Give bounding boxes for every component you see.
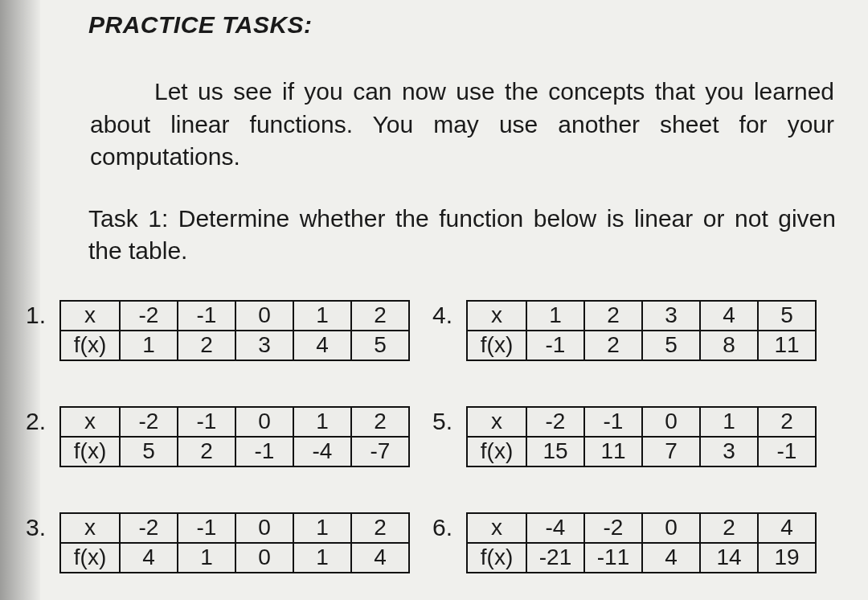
cell: 19 [758, 543, 816, 573]
cell: 14 [700, 543, 758, 573]
cell: 1 [293, 543, 351, 573]
cell: -1 [758, 437, 816, 466]
function-table: x -2 -1 0 1 2 f(x) 5 2 -1 -4 -7 [59, 406, 410, 467]
cell: 4 [758, 513, 816, 543]
table-block-2: 2. x -2 -1 0 1 2 f(x) 5 2 -1 [26, 406, 410, 467]
row-header-fx: f(x) [60, 331, 120, 360]
function-table: x 1 2 3 4 5 f(x) -1 2 5 8 11 [466, 300, 817, 361]
row-header-x: x [60, 407, 120, 437]
intro-paragraph: Let us see if you can now use the concep… [88, 76, 836, 174]
table-block-1: 1. x -2 -1 0 1 2 f(x) 1 2 3 [26, 300, 410, 361]
cell: 5 [642, 331, 700, 360]
cell: 2 [351, 301, 409, 331]
cell: 1 [293, 407, 351, 437]
cell: 0 [642, 407, 700, 437]
function-table: x -2 -1 0 1 2 f(x) 1 2 3 4 5 [59, 300, 410, 361]
cell: 0 [235, 407, 293, 437]
cell: 11 [584, 437, 642, 466]
cell: 15 [526, 437, 584, 466]
row-header-x: x [467, 301, 526, 331]
cell: -1 [178, 301, 235, 331]
cell: -1 [235, 437, 293, 466]
cell: 2 [758, 407, 816, 437]
row-header-fx: f(x) [60, 437, 120, 466]
table-block-4: 4. x 1 2 3 4 5 f(x) -1 2 5 [432, 300, 817, 361]
row-header-fx: f(x) [60, 543, 120, 573]
cell: 8 [700, 331, 758, 360]
cell: 3 [235, 331, 293, 360]
practice-tasks-heading: PRACTICE TASKS: [88, 11, 836, 39]
cell: -2 [120, 407, 178, 437]
cell: 2 [584, 301, 642, 331]
table-number: 5. [432, 406, 466, 435]
table-block-5: 5. x -2 -1 0 1 2 f(x) 15 11 7 [432, 406, 817, 467]
cell: -1 [584, 407, 642, 437]
cell: 1 [293, 513, 351, 543]
cell: 2 [351, 513, 409, 543]
table-number: 4. [432, 300, 466, 329]
cell: 4 [351, 543, 409, 573]
cell: 0 [235, 543, 293, 573]
cell: 2 [584, 331, 642, 360]
cell: 2 [700, 513, 758, 543]
cell: -21 [526, 543, 584, 573]
task-description: Task 1: Determine whether the function b… [88, 203, 836, 268]
cell: -2 [120, 513, 178, 543]
table-block-6: 6. x -4 -2 0 2 4 f(x) -21 -11 4 [432, 512, 817, 573]
cell: -1 [526, 331, 584, 360]
table-number: 1. [26, 300, 59, 329]
cell: 0 [235, 301, 293, 331]
cell: 2 [178, 437, 235, 466]
cell: -11 [584, 543, 642, 573]
cell: 5 [120, 437, 178, 466]
row-header-fx: f(x) [467, 331, 526, 360]
cell: 0 [642, 513, 700, 543]
cell: -2 [584, 513, 642, 543]
row-header-x: x [60, 301, 120, 331]
cell: 4 [700, 301, 758, 331]
table-block-3: 3. x -2 -1 0 1 2 f(x) 4 1 0 [26, 512, 410, 573]
tables-container: 1. x -2 -1 0 1 2 f(x) 1 2 3 [26, 300, 836, 573]
cell: -2 [120, 301, 178, 331]
cell: 1 [526, 301, 584, 331]
intro-text: Let us see if you can now use the concep… [90, 78, 834, 170]
cell: 0 [235, 513, 293, 543]
row-header-fx: f(x) [467, 543, 526, 573]
cell: 4 [293, 331, 351, 360]
cell: 7 [642, 437, 700, 466]
cell: -1 [178, 407, 235, 437]
cell: -4 [526, 513, 584, 543]
cell: 1 [178, 543, 235, 573]
cell: 1 [700, 407, 758, 437]
cell: 3 [642, 301, 700, 331]
cell: -4 [293, 437, 351, 466]
table-row-1: 1. x -2 -1 0 1 2 f(x) 1 2 3 [26, 300, 836, 361]
row-header-fx: f(x) [467, 437, 526, 466]
cell: -1 [178, 513, 235, 543]
cell: -2 [526, 407, 584, 437]
cell: 2 [178, 331, 235, 360]
cell: 4 [642, 543, 700, 573]
function-table: x -2 -1 0 1 2 f(x) 15 11 7 3 -1 [466, 406, 817, 467]
cell: 1 [293, 301, 351, 331]
cell: 11 [758, 331, 816, 360]
cell: 1 [120, 331, 178, 360]
row-header-x: x [60, 513, 120, 543]
cell: 3 [700, 437, 758, 466]
cell: 2 [351, 407, 409, 437]
function-table: x -2 -1 0 1 2 f(x) 4 1 0 1 4 [59, 512, 410, 573]
cell: 5 [758, 301, 816, 331]
table-row-3: 3. x -2 -1 0 1 2 f(x) 4 1 0 [26, 512, 836, 573]
table-number: 6. [432, 512, 466, 541]
row-header-x: x [467, 407, 526, 437]
table-number: 2. [26, 406, 59, 435]
cell: -7 [351, 437, 409, 466]
row-header-x: x [467, 513, 526, 543]
function-table: x -4 -2 0 2 4 f(x) -21 -11 4 14 19 [466, 512, 817, 573]
cell: 5 [351, 331, 409, 360]
table-row-2: 2. x -2 -1 0 1 2 f(x) 5 2 -1 [26, 406, 836, 467]
table-number: 3. [26, 512, 59, 541]
cell: 4 [120, 543, 178, 573]
